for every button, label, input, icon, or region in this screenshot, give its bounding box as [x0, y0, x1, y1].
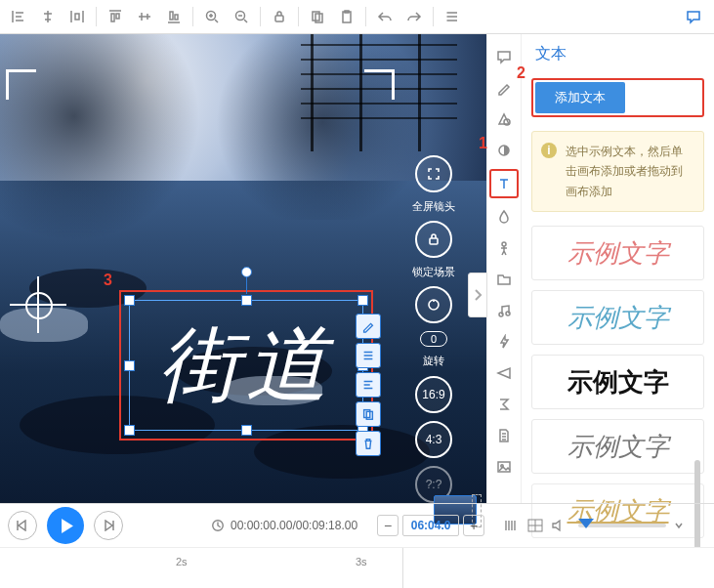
- text-settings-button[interactable]: [356, 343, 381, 368]
- hint-box: i 选中示例文本，然后单击画布添加或者拖动到画布添加: [531, 131, 704, 212]
- expand-panel-handle[interactable]: [468, 273, 487, 317]
- pencil-tab[interactable]: [491, 75, 517, 101]
- svg-point-13: [502, 242, 506, 246]
- main-area: 街道 全屏镜头 锁定场景 0 旋转 16:9 4:3 ?:?: [0, 34, 714, 503]
- water-tab[interactable]: [491, 204, 517, 230]
- top-toolbar: [0, 0, 714, 34]
- copy-button[interactable]: [305, 4, 330, 29]
- annotation-marker-1: 1: [479, 135, 487, 152]
- transition-tab[interactable]: [491, 360, 517, 386]
- music-tab[interactable]: [491, 298, 517, 323]
- text-style-option[interactable]: 示例文字: [531, 290, 704, 345]
- volume-slider[interactable]: [578, 524, 666, 527]
- prev-button[interactable]: [8, 511, 37, 540]
- text-style-list: 示例文字 示例文字 示例文字 示例文字 示例文字: [531, 226, 704, 538]
- zoom-out-button[interactable]: [229, 4, 254, 29]
- annotation-marker-2: 2: [517, 64, 525, 82]
- text-delete-button[interactable]: [356, 431, 381, 456]
- timecode-text: 00:00:00.00/00:09:18.00: [231, 519, 357, 532]
- layer-list-button[interactable]: [440, 4, 465, 29]
- grid-icon[interactable]: [527, 519, 543, 532]
- add-text-highlight: 添加文本: [531, 78, 704, 117]
- svg-point-14: [499, 313, 503, 316]
- paste-button[interactable]: [334, 4, 359, 29]
- text-style-option[interactable]: 示例文字: [531, 419, 704, 474]
- svg-rect-9: [430, 238, 438, 244]
- canvas[interactable]: 街道 全屏镜头 锁定场景 0 旋转 16:9 4:3 ?:?: [0, 34, 486, 503]
- frame-corner-tl-icon: [6, 69, 36, 100]
- volume-icon[interactable]: [551, 519, 565, 532]
- next-button[interactable]: [94, 511, 123, 540]
- timeline-tick: 2s: [176, 556, 188, 567]
- image-tab[interactable]: [491, 454, 517, 480]
- clock-icon: [211, 519, 225, 532]
- align-middle-button[interactable]: [132, 4, 157, 29]
- text-tab[interactable]: [489, 169, 519, 198]
- text-content[interactable]: 街道: [121, 292, 371, 439]
- text-panel: 文本 添加文本 i 选中示例文本，然后单击画布添加或者拖动到画布添加 示例文字 …: [522, 34, 714, 503]
- rotate-dial[interactable]: [415, 286, 452, 323]
- lock-scene-label: 锁定场景: [412, 266, 455, 278]
- frame-corner-tr-icon: [364, 69, 395, 100]
- chevron-down-icon[interactable]: [674, 521, 684, 530]
- align-center-button[interactable]: [35, 4, 61, 29]
- rotate-handle[interactable]: [241, 267, 252, 277]
- fullscreen-lens-button[interactable]: [415, 155, 452, 192]
- document-tab[interactable]: [491, 423, 517, 448]
- comment-tab[interactable]: [491, 44, 517, 69]
- shape-tab[interactable]: [491, 106, 517, 132]
- folder-tab[interactable]: [491, 267, 517, 292]
- zoom-control: − 06:04.0 +: [377, 515, 484, 536]
- character-tab[interactable]: [491, 235, 517, 261]
- lock-button[interactable]: [267, 4, 292, 29]
- align-left-button[interactable]: [6, 4, 31, 29]
- timeline-divider: [402, 548, 403, 588]
- text-element[interactable]: 街道: [119, 290, 373, 441]
- zoom-out-timeline[interactable]: −: [377, 515, 399, 536]
- panel-title: 文本: [531, 34, 704, 78]
- annotation-marker-3: 3: [104, 272, 112, 289]
- play-button[interactable]: [47, 507, 84, 544]
- timecode: 00:00:00.00/00:09:18.00: [211, 519, 357, 532]
- playbar: 00:00:00.00/00:09:18.00 − 06:04.0 +: [0, 503, 714, 547]
- add-text-button[interactable]: 添加文本: [535, 82, 625, 113]
- align-top-button[interactable]: [103, 4, 128, 29]
- side-toolbar: [486, 34, 522, 503]
- lock-scene-button[interactable]: [415, 221, 452, 258]
- zoom-in-timeline[interactable]: +: [463, 515, 484, 536]
- text-quick-tools: [356, 314, 379, 456]
- edit-text-button[interactable]: [356, 314, 381, 339]
- zoom-in-button[interactable]: [199, 4, 225, 29]
- align-distribute-button[interactable]: [64, 4, 90, 29]
- svg-point-15: [506, 312, 510, 315]
- ratio-16-9-button[interactable]: 16:9: [415, 376, 452, 413]
- align-bottom-button[interactable]: [161, 4, 187, 29]
- timeline-tick: 3s: [356, 556, 367, 567]
- crosshair-icon: [10, 276, 66, 333]
- rotate-label: 旋转: [423, 355, 444, 367]
- formula-tab[interactable]: [491, 392, 517, 417]
- hint-text: 选中示例文本，然后单击画布添加或者拖动到画布添加: [566, 145, 683, 198]
- text-style-option[interactable]: 示例文字: [531, 355, 704, 409]
- redo-button[interactable]: [401, 4, 427, 29]
- info-icon: i: [541, 143, 557, 158]
- undo-button[interactable]: [372, 4, 398, 29]
- effects-tab[interactable]: [491, 329, 517, 355]
- fullscreen-lens-label: 全屏镜头: [412, 200, 455, 213]
- ratio-4-3-button[interactable]: 4:3: [415, 421, 452, 458]
- opacity-tab[interactable]: [491, 138, 517, 163]
- rotate-value: 0: [420, 331, 447, 347]
- svg-rect-2: [275, 16, 283, 21]
- zoom-value: 06:04.0: [402, 515, 459, 536]
- comment-panel-button[interactable]: [681, 4, 706, 29]
- text-style-option[interactable]: 示例文字: [531, 226, 704, 280]
- text-align-button[interactable]: [356, 372, 381, 398]
- columns-icon[interactable]: [504, 519, 520, 532]
- text-copy-button[interactable]: [356, 401, 381, 427]
- timeline[interactable]: 2s 3s: [0, 547, 714, 588]
- canvas-tools: 全屏镜头 锁定场景 0 旋转 16:9 4:3 ?:?: [404, 155, 463, 503]
- playbar-misc: [504, 519, 684, 532]
